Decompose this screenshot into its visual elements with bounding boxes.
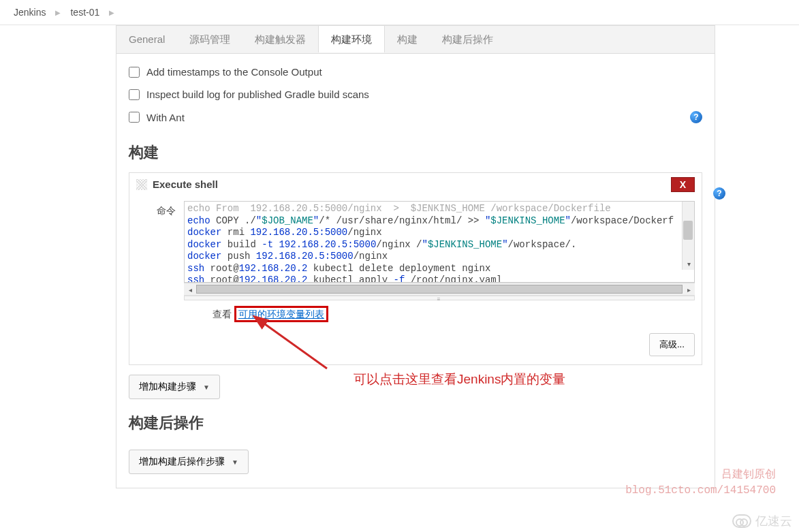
breadcrumb-root[interactable]: Jenkins [8,4,51,20]
delete-step-button[interactable]: X [671,177,695,192]
section-title-post-build: 构建后操作 [129,399,702,440]
shell-command-input[interactable]: echo From 192.168.20.5:5000/nginx > $JEN… [184,201,695,283]
checkbox-timestamps[interactable] [129,67,140,78]
label-with-ant: With Ant [146,112,185,123]
add-build-step-button[interactable]: 增加构建步骤▼ [129,375,220,399]
chevron-right-icon: ▶ [51,9,65,16]
resize-grip[interactable]: ≡ [184,295,695,300]
see-prefix: 查看 [213,309,234,319]
checkbox-with-ant[interactable] [129,112,140,123]
advanced-button[interactable]: 高级... [649,333,695,356]
annotation-text: 可以点击这里查看Jenkins内置的变量 [354,371,565,388]
caret-down-icon: ▼ [232,458,238,466]
tab-build[interactable]: 构建 [385,26,430,53]
help-icon[interactable]: ? [690,111,702,123]
scrollbar-horizontal[interactable]: ◂ ▸ [184,283,695,295]
scrollbar-vertical[interactable]: ▾ [682,202,694,270]
tab-scm[interactable]: 源码管理 [177,26,242,53]
section-title-build: 构建 [129,129,702,170]
build-step-execute-shell: Execute shell X 命令 echo From 192.168.20.… [129,172,702,365]
add-post-build-step-button[interactable]: 增加构建后操作步骤▼ [129,450,249,474]
scroll-track[interactable] [196,285,683,294]
checkbox-gradle-scans[interactable] [129,89,140,100]
breadcrumb: Jenkins ▶ test-01 ▶ [0,0,799,25]
tab-post-build[interactable]: 构建后操作 [430,26,505,53]
watermark-author: 吕建钊原创 blog.51cto.com/14154700 [625,467,776,488]
tab-general[interactable]: General [116,26,177,53]
help-icon[interactable]: ? [713,187,725,200]
scroll-right-icon[interactable]: ▸ [683,283,695,296]
caret-down-icon: ▼ [203,384,210,391]
label-gradle-scans: Inspect build log for published Gradle b… [146,89,369,100]
tab-build-env[interactable]: 构建环境 [318,25,385,52]
scroll-left-icon[interactable]: ◂ [184,283,196,296]
env-vars-link[interactable]: 可用的环境变量列表 [238,309,324,319]
command-label: 命令 [157,201,184,217]
scroll-down-icon[interactable]: ▾ [683,257,695,270]
drag-handle-icon[interactable] [136,179,147,190]
label-timestamps: Add timestamps to the Console Output [146,66,322,78]
svg-line-0 [262,322,327,369]
tab-triggers[interactable]: 构建触发器 [242,26,318,53]
scroll-thumb[interactable] [683,221,693,240]
step-title: Execute shell [153,178,218,190]
chevron-right-icon: ▶ [105,9,119,16]
config-tabs: General 源码管理 构建触发器 构建环境 构建 构建后操作 [116,25,715,54]
breadcrumb-job[interactable]: test-01 [65,4,105,20]
